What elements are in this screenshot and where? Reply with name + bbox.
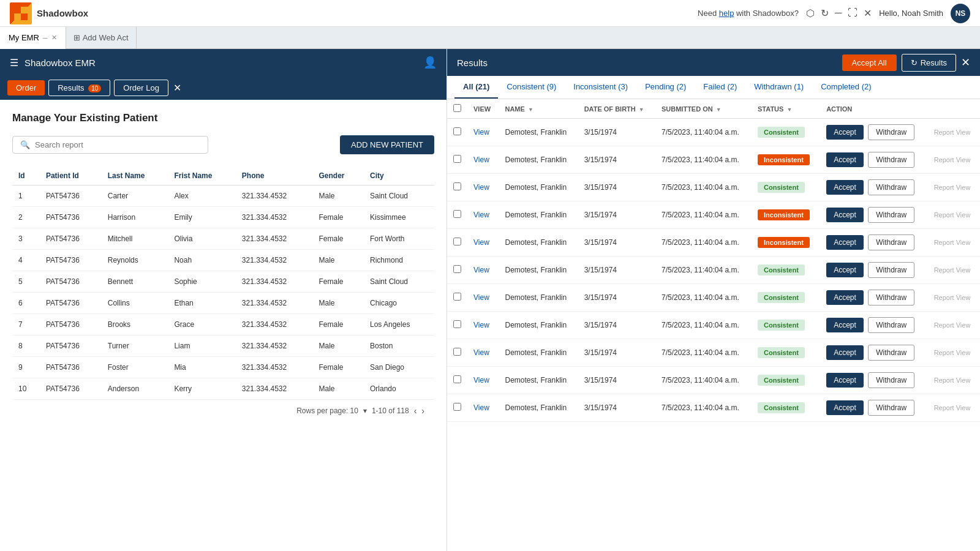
accept-button[interactable]: Accept	[826, 125, 864, 140]
cell-action[interactable]: Accept Withdraw	[820, 201, 928, 229]
cell-view[interactable]: View	[467, 229, 499, 257]
withdraw-button[interactable]: Withdraw	[868, 262, 914, 278]
cell-view[interactable]: View	[467, 312, 499, 339]
cell-checkbox[interactable]	[447, 146, 467, 174]
cell-report-view[interactable]: Report View	[928, 174, 980, 201]
cell-action[interactable]: Accept Withdraw	[820, 229, 928, 257]
cell-checkbox[interactable]	[447, 174, 467, 201]
table-row[interactable]: 2 PAT54736 Harrison Emily 321.334.4532 F…	[12, 207, 434, 228]
user-icon[interactable]: 👤	[423, 56, 437, 69]
col-dob[interactable]: DATE OF BIRTH ▼	[578, 99, 655, 119]
tab-my-emr-minimize[interactable]: ─	[43, 34, 48, 42]
col-name[interactable]: NAME ▼	[499, 99, 578, 119]
tab-add-web-act[interactable]: ⊞ Add Web Act	[66, 27, 137, 49]
row-checkbox[interactable]	[453, 293, 461, 301]
cell-action[interactable]: Accept Withdraw	[820, 284, 928, 312]
cell-view[interactable]: View	[467, 146, 499, 174]
order-button[interactable]: Order	[7, 80, 45, 96]
prev-page-button[interactable]: ‹	[414, 406, 417, 416]
cell-view[interactable]: View	[467, 394, 499, 422]
filter-tab-withdrawn[interactable]: Withdrawn (1)	[745, 76, 812, 99]
table-row[interactable]: 9 PAT54736 Foster Mia 321.334.4532 Femal…	[12, 357, 434, 378]
share-icon[interactable]: ⬡	[806, 7, 815, 19]
table-row[interactable]: 3 PAT54736 Mitchell Olivia 321.334.4532 …	[12, 228, 434, 250]
withdraw-button[interactable]: Withdraw	[868, 290, 914, 305]
cell-action[interactable]: Accept Withdraw	[820, 146, 928, 174]
resize-icon[interactable]: ⛶	[848, 7, 858, 19]
accept-button[interactable]: Accept	[826, 373, 864, 388]
search-input[interactable]	[35, 140, 200, 149]
table-row[interactable]: 10 PAT54736 Anderson Kerry 321.334.4532 …	[12, 378, 434, 400]
tab-my-emr[interactable]: My EMR ─ ✕	[0, 27, 66, 49]
col-select-all[interactable]	[447, 99, 467, 119]
row-checkbox[interactable]	[453, 265, 461, 273]
withdraw-button[interactable]: Withdraw	[868, 124, 914, 140]
cell-checkbox[interactable]	[447, 312, 467, 339]
report-view-link[interactable]: Report View	[934, 294, 971, 301]
accept-button[interactable]: Accept	[826, 345, 864, 360]
cell-action[interactable]: Accept Withdraw	[820, 367, 928, 394]
cell-checkbox[interactable]	[447, 367, 467, 394]
cell-action[interactable]: Accept Withdraw	[820, 339, 928, 367]
withdraw-button[interactable]: Withdraw	[868, 207, 914, 223]
accept-button[interactable]: Accept	[826, 235, 864, 250]
next-page-button[interactable]: ›	[421, 406, 424, 416]
cell-report-view[interactable]: Report View	[928, 257, 980, 284]
cell-view[interactable]: View	[467, 119, 499, 146]
cell-report-view[interactable]: Report View	[928, 394, 980, 422]
report-view-link[interactable]: Report View	[934, 239, 971, 246]
view-link[interactable]: View	[473, 211, 489, 219]
cell-checkbox[interactable]	[447, 119, 467, 146]
row-checkbox[interactable]	[453, 210, 461, 218]
cell-view[interactable]: View	[467, 257, 499, 284]
table-row[interactable]: 7 PAT54736 Brooks Grace 321.334.4532 Fem…	[12, 314, 434, 335]
results-refresh-button[interactable]: ↻ Results	[902, 54, 956, 72]
report-view-link[interactable]: Report View	[934, 349, 971, 356]
cell-report-view[interactable]: Report View	[928, 312, 980, 339]
cell-report-view[interactable]: Report View	[928, 201, 980, 229]
view-link[interactable]: View	[473, 293, 489, 302]
report-view-link[interactable]: Report View	[934, 184, 971, 191]
cell-report-view[interactable]: Report View	[928, 284, 980, 312]
nav-close-icon[interactable]: ✕	[173, 82, 181, 94]
view-link[interactable]: View	[473, 321, 489, 329]
row-checkbox[interactable]	[453, 155, 461, 163]
cell-checkbox[interactable]	[447, 284, 467, 312]
withdraw-button[interactable]: Withdraw	[868, 317, 914, 333]
close-icon[interactable]: ✕	[864, 7, 872, 19]
table-row[interactable]: 8 PAT54736 Turner Liam 321.334.4532 Male…	[12, 335, 434, 357]
view-link[interactable]: View	[473, 266, 489, 274]
filter-tab-inconsistent[interactable]: Inconsistent (3)	[565, 76, 636, 99]
cell-checkbox[interactable]	[447, 229, 467, 257]
cell-report-view[interactable]: Report View	[928, 339, 980, 367]
cell-checkbox[interactable]	[447, 394, 467, 422]
report-view-link[interactable]: Report View	[934, 211, 971, 219]
cell-view[interactable]: View	[467, 174, 499, 201]
cell-report-view[interactable]: Report View	[928, 146, 980, 174]
withdraw-button[interactable]: Withdraw	[868, 345, 914, 361]
accept-button[interactable]: Accept	[826, 180, 864, 195]
filter-tab-pending[interactable]: Pending (2)	[636, 76, 695, 99]
chevron-down-icon[interactable]: ▾	[363, 407, 367, 415]
cell-view[interactable]: View	[467, 339, 499, 367]
report-view-link[interactable]: Report View	[934, 404, 971, 411]
report-view-link[interactable]: Report View	[934, 129, 971, 136]
report-view-link[interactable]: Report View	[934, 377, 971, 384]
withdraw-button[interactable]: Withdraw	[868, 372, 914, 388]
cell-action[interactable]: Accept Withdraw	[820, 119, 928, 146]
cell-action[interactable]: Accept Withdraw	[820, 257, 928, 284]
cell-report-view[interactable]: Report View	[928, 367, 980, 394]
row-checkbox[interactable]	[453, 375, 461, 383]
report-view-link[interactable]: Report View	[934, 321, 971, 329]
cell-action[interactable]: Accept Withdraw	[820, 312, 928, 339]
filter-tab-failed[interactable]: Failed (2)	[695, 76, 745, 99]
row-checkbox[interactable]	[453, 127, 461, 135]
accept-button[interactable]: Accept	[826, 290, 864, 305]
add-new-patient-button[interactable]: ADD NEW PATIENT	[340, 135, 434, 154]
filter-tab-consistent[interactable]: Consistent (9)	[498, 76, 565, 99]
view-link[interactable]: View	[473, 183, 489, 192]
minimize-icon[interactable]: ─	[835, 7, 842, 19]
row-checkbox[interactable]	[453, 320, 461, 328]
accept-button[interactable]: Accept	[826, 152, 864, 167]
view-link[interactable]: View	[473, 156, 489, 164]
